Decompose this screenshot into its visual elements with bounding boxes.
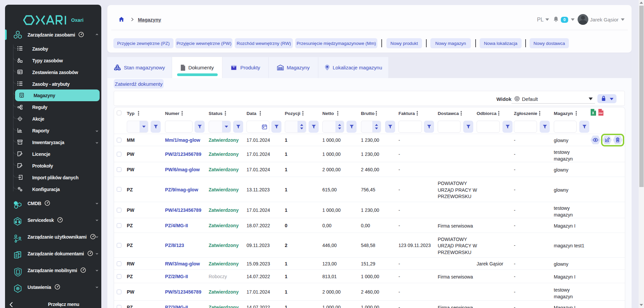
svg-text:X: X bbox=[592, 111, 594, 115]
svg-text:PDF: PDF bbox=[599, 112, 603, 114]
